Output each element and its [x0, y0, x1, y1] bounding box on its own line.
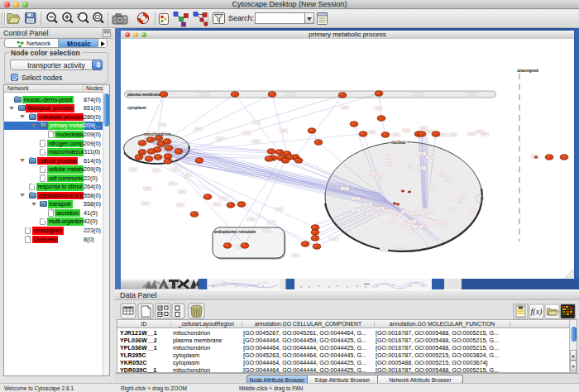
svg-text:nucleus: nucleus: [391, 141, 406, 145]
svg-text:f(x): f(x): [531, 307, 543, 317]
svg-text:unassigned: unassigned: [517, 69, 538, 73]
svg-text:cytoplasm: cytoplasm: [127, 106, 146, 110]
svg-text:endoplasmic reticulum: endoplasmic reticulum: [214, 230, 256, 234]
svg-text:plasma membrane: plasma membrane: [127, 93, 161, 97]
